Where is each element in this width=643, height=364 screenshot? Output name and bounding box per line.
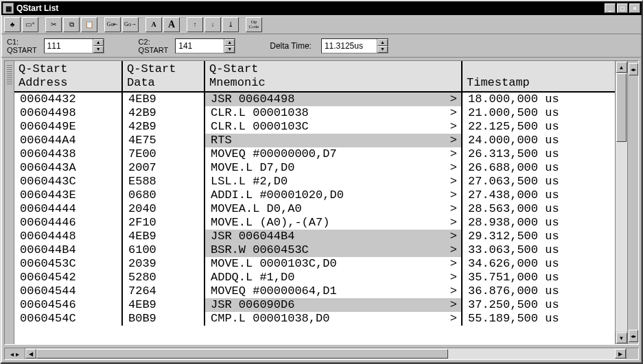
table-row[interactable]: 006045464EB9JSR 006090D6>37.250,500 us <box>14 298 615 312</box>
scroll-left-button[interactable]: ◀ <box>25 349 36 359</box>
cell-address: 006044B4 <box>14 243 123 257</box>
cell-timestamp: 34.626,000 us <box>463 257 615 271</box>
c2-spin-up[interactable]: ▲ <box>224 39 235 46</box>
side-gadget-top[interactable]: ◂▸ <box>629 63 638 75</box>
table-row[interactable]: 006044484EB9JSR 006044B4>29.312,500 us <box>14 230 615 243</box>
cell-address: 0060454C <box>14 312 123 326</box>
close-button[interactable]: × <box>629 3 640 13</box>
cell-timestamp: 33.063,500 us <box>463 243 615 257</box>
titlebar[interactable]: ▦ QStart List _ □ × <box>1 1 642 15</box>
table-row[interactable]: 006044442040MOVEA.L D0,A0>28.563,000 us <box>14 202 615 216</box>
c1-spin-down[interactable]: ▼ <box>93 46 104 53</box>
col-header-data[interactable]: Q-Start Data <box>123 61 205 91</box>
delta-spinner[interactable]: ▲ ▼ <box>321 38 388 53</box>
minimize-button[interactable]: _ <box>605 3 616 13</box>
c2-spin-down[interactable]: ▼ <box>224 46 235 53</box>
cell-timestamp: 22.125,500 us <box>463 120 615 134</box>
table-row[interactable]: 006044387E00MOVEQ #00000000,D7>26.313,50… <box>14 147 615 161</box>
c2-label-group: C2: QSTART <box>139 38 169 54</box>
font-large-button[interactable]: A <box>163 17 180 32</box>
side-gadget-bottom[interactable]: ◂▸ <box>629 330 638 342</box>
copy-button[interactable]: ⧉ <box>63 17 80 32</box>
cell-address: 00604432 <box>14 93 123 106</box>
col-header-timestamp[interactable]: Timestamp <box>463 61 615 91</box>
col-header-address[interactable]: Q-Start Address <box>14 61 123 91</box>
arrow-down-button[interactable]: ↓ <box>204 17 221 32</box>
cell-data: 42B9 <box>123 120 205 134</box>
table-row[interactable]: 006044324EB9JSR 00604498>18.000,000 us <box>14 93 615 106</box>
table-row[interactable]: 0060454CB0B9CMP.L 00001038,D0>55.189,500… <box>14 312 615 326</box>
goto-start-button[interactable]: Go⇤ <box>104 17 121 32</box>
cell-data: 0680 <box>123 189 205 202</box>
c2-input[interactable] <box>176 39 224 53</box>
table-row[interactable]: 0060449842B9CLR.L 00001038>21.000,500 us <box>14 106 615 120</box>
goto-button[interactable]: Go→ <box>122 17 139 32</box>
tab-handle[interactable]: ◂ ▸ <box>5 348 25 359</box>
cell-mnemonic: BSR.W 0060453C> <box>205 243 463 257</box>
cell-address: 00604498 <box>14 106 123 120</box>
v-scroll-thumb[interactable] <box>616 73 627 142</box>
cell-timestamp: 28.563,000 us <box>463 202 615 216</box>
c1-sublabel: QSTART <box>7 46 37 54</box>
table-row[interactable]: 0060449E42B9CLR.L 0000103C>22.125,500 us <box>14 120 615 134</box>
cell-timestamp: 27.438,000 us <box>463 189 615 202</box>
font-small-button[interactable]: A <box>145 17 162 32</box>
cell-address: 0060449E <box>14 120 123 134</box>
cell-timestamp: 26.313,500 us <box>463 147 615 161</box>
c1-spinner[interactable]: ▲ ▼ <box>44 38 104 53</box>
listing-body[interactable]: 006044324EB9JSR 00604498>18.000,000 us00… <box>14 93 615 344</box>
horizontal-scrollbar[interactable]: ◀ ▶ <box>25 348 626 359</box>
cell-mnemonic: JSR 006044B4> <box>205 230 463 243</box>
table-row[interactable]: 0060443CE588LSL.L #2,D0>27.063,500 us <box>14 175 615 189</box>
table-row[interactable]: 006044462F10MOVE.L (A0),-(A7)>28.938,000… <box>14 216 615 230</box>
delta-input[interactable] <box>322 39 377 53</box>
table-row[interactable]: 006044B46100BSR.W 0060453C>33.063,500 us <box>14 243 615 257</box>
cell-timestamp: 55.189,500 us <box>463 312 615 326</box>
v-scroll-track[interactable] <box>616 73 627 332</box>
cell-address: 00604438 <box>14 147 123 161</box>
h-scroll-track[interactable] <box>36 348 615 359</box>
cell-data: E588 <box>123 175 205 189</box>
cell-data: 4EB9 <box>123 93 205 106</box>
c1-label-group: C1: QSTART <box>7 38 37 54</box>
delta-spin-down[interactable]: ▼ <box>377 46 388 53</box>
left-splitter[interactable] <box>5 61 14 344</box>
table-row[interactable]: 0060443E0680ADDI.L #00001020,D0>27.438,0… <box>14 189 615 202</box>
side-gadgets: ◂▸ ◂▸ <box>627 61 638 344</box>
maximize-button[interactable]: □ <box>617 3 628 13</box>
cell-timestamp: 29.312,500 us <box>463 230 615 243</box>
arrow-up-button[interactable]: ↑ <box>187 17 203 32</box>
paste-button[interactable]: 📋 <box>81 17 97 32</box>
system-menu-icon[interactable]: ▦ <box>3 3 14 14</box>
tree-button[interactable]: ♣ <box>4 17 21 32</box>
scroll-right-button[interactable]: ▶ <box>615 349 626 359</box>
cell-address: 00604444 <box>14 202 123 216</box>
cell-mnemonic: MOVE.L (A0),-(A7)> <box>205 216 463 230</box>
scroll-up-button[interactable]: ▲ <box>616 62 627 73</box>
cell-mnemonic: MOVE.L 0000103C,D0> <box>205 257 463 271</box>
cell-data: 5280 <box>123 271 205 284</box>
arrow-down-end-button[interactable]: ⤓ <box>222 17 239 32</box>
c1-input[interactable] <box>45 39 93 53</box>
delta-spin-up[interactable]: ▲ <box>377 39 388 46</box>
table-row[interactable]: 0060443A2007MOVE.L D7,D0>26.688,000 us <box>14 161 615 175</box>
new-button[interactable]: ▭⁺ <box>22 17 38 32</box>
c2-spinner[interactable]: ▲ ▼ <box>175 38 235 53</box>
h-scroll-thumb[interactable] <box>36 349 448 359</box>
scroll-down-button[interactable]: ▼ <box>616 332 627 343</box>
cell-timestamp: 21.000,500 us <box>463 106 615 120</box>
cell-address: 0060443E <box>14 189 123 202</box>
cell-timestamp: 36.876,000 us <box>463 284 615 298</box>
table-row[interactable]: 0060453C2039MOVE.L 0000103C,D0>34.626,00… <box>14 257 615 271</box>
cut-button[interactable]: ✂ <box>45 17 62 32</box>
table-row[interactable]: 006045425280ADDQ.L #1,D0>35.751,000 us <box>14 271 615 284</box>
table-row[interactable]: 006044A44E75RTS>24.000,000 us <box>14 134 615 147</box>
cell-data: 4EB9 <box>123 298 205 312</box>
table-row[interactable]: 006045447264MOVEQ #00000064,D1>36.876,00… <box>14 284 615 298</box>
c1-spin-up[interactable]: ▲ <box>93 39 104 46</box>
opcode-button[interactable]: OpCode <box>246 17 262 32</box>
cell-data: 7E00 <box>123 147 205 161</box>
cell-timestamp: 24.000,000 us <box>463 134 615 147</box>
col-header-mnemonic[interactable]: Q-Start Mnemonic <box>205 61 463 91</box>
vertical-scrollbar[interactable]: ▲ ▼ <box>615 61 627 344</box>
